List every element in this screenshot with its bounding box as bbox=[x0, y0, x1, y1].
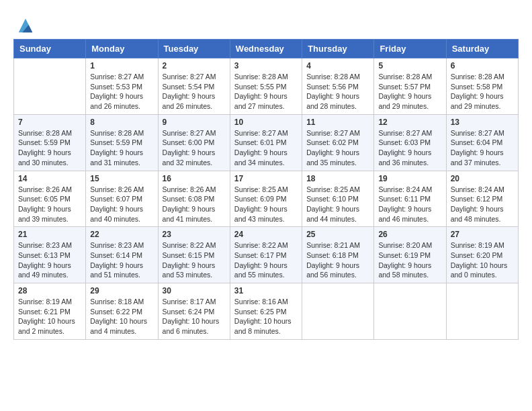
day-info: Sunrise: 8:27 AMSunset: 5:53 PMDaylight:… bbox=[90, 72, 153, 111]
day-number: 12 bbox=[378, 118, 441, 127]
calendar-cell: 27Sunrise: 8:19 AMSunset: 6:20 PMDayligh… bbox=[446, 227, 518, 283]
weekday-header: Monday bbox=[86, 40, 158, 58]
calendar-cell: 23Sunrise: 8:22 AMSunset: 6:15 PMDayligh… bbox=[158, 227, 230, 283]
day-info: Sunrise: 8:27 AMSunset: 6:02 PMDaylight:… bbox=[306, 128, 369, 168]
calendar-cell: 1Sunrise: 8:27 AMSunset: 5:53 PMDaylight… bbox=[86, 58, 158, 115]
calendar-cell: 5Sunrise: 8:28 AMSunset: 5:57 PMDaylight… bbox=[374, 58, 446, 115]
day-info: Sunrise: 8:28 AMSunset: 5:56 PMDaylight:… bbox=[306, 72, 369, 111]
calendar-week-row: 7Sunrise: 8:28 AMSunset: 5:59 PMDaylight… bbox=[14, 114, 519, 171]
day-number: 8 bbox=[90, 118, 153, 127]
day-info: Sunrise: 8:27 AMSunset: 6:00 PMDaylight:… bbox=[163, 128, 226, 168]
day-number: 4 bbox=[306, 61, 369, 71]
calendar-cell: 10Sunrise: 8:27 AMSunset: 6:01 PMDayligh… bbox=[230, 114, 302, 171]
day-info: Sunrise: 8:19 AMSunset: 6:21 PMDaylight:… bbox=[18, 297, 81, 336]
day-number: 26 bbox=[378, 230, 441, 239]
day-number: 14 bbox=[18, 174, 81, 183]
day-info: Sunrise: 8:28 AMSunset: 5:58 PMDaylight:… bbox=[451, 72, 514, 111]
day-number: 25 bbox=[306, 230, 369, 239]
weekday-header: Sunday bbox=[14, 40, 86, 58]
calendar-cell bbox=[302, 283, 374, 340]
day-number: 23 bbox=[163, 230, 226, 239]
day-number: 28 bbox=[18, 286, 81, 295]
day-info: Sunrise: 8:25 AMSunset: 6:09 PMDaylight:… bbox=[234, 185, 298, 224]
day-info: Sunrise: 8:23 AMSunset: 6:13 PMDaylight:… bbox=[18, 240, 81, 280]
day-number: 7 bbox=[18, 118, 81, 127]
calendar-cell: 2Sunrise: 8:27 AMSunset: 5:54 PMDaylight… bbox=[158, 58, 230, 115]
calendar-cell bbox=[446, 283, 518, 340]
day-number: 5 bbox=[378, 61, 441, 71]
day-info: Sunrise: 8:28 AMSunset: 5:57 PMDaylight:… bbox=[378, 72, 441, 111]
calendar-cell: 21Sunrise: 8:23 AMSunset: 6:13 PMDayligh… bbox=[14, 227, 86, 283]
calendar-cell: 28Sunrise: 8:19 AMSunset: 6:21 PMDayligh… bbox=[14, 283, 86, 340]
day-number: 13 bbox=[451, 118, 514, 127]
calendar-cell: 16Sunrise: 8:26 AMSunset: 6:08 PMDayligh… bbox=[158, 171, 230, 227]
day-info: Sunrise: 8:25 AMSunset: 6:10 PMDaylight:… bbox=[306, 185, 369, 224]
day-number: 20 bbox=[451, 174, 514, 183]
day-number: 21 bbox=[18, 230, 81, 239]
day-number: 31 bbox=[234, 286, 298, 295]
page-header bbox=[13, 13, 519, 35]
logo-icon bbox=[16, 16, 35, 35]
calendar-week-row: 1Sunrise: 8:27 AMSunset: 5:53 PMDaylight… bbox=[14, 58, 519, 115]
day-info: Sunrise: 8:28 AMSunset: 5:59 PMDaylight:… bbox=[18, 128, 81, 168]
weekday-header: Friday bbox=[374, 40, 446, 58]
calendar-cell: 26Sunrise: 8:20 AMSunset: 6:19 PMDayligh… bbox=[374, 227, 446, 283]
day-info: Sunrise: 8:18 AMSunset: 6:22 PMDaylight:… bbox=[90, 297, 153, 336]
day-number: 1 bbox=[90, 61, 153, 71]
day-number: 19 bbox=[378, 174, 441, 183]
weekday-header: Saturday bbox=[446, 40, 518, 58]
day-info: Sunrise: 8:24 AMSunset: 6:12 PMDaylight:… bbox=[451, 185, 514, 224]
calendar-cell bbox=[14, 58, 86, 115]
day-info: Sunrise: 8:24 AMSunset: 6:11 PMDaylight:… bbox=[378, 185, 441, 224]
day-number: 10 bbox=[234, 118, 298, 127]
calendar-cell: 4Sunrise: 8:28 AMSunset: 5:56 PMDaylight… bbox=[302, 58, 374, 115]
day-info: Sunrise: 8:26 AMSunset: 6:08 PMDaylight:… bbox=[163, 185, 226, 224]
weekday-header: Thursday bbox=[302, 40, 374, 58]
calendar-cell: 25Sunrise: 8:21 AMSunset: 6:18 PMDayligh… bbox=[302, 227, 374, 283]
day-number: 3 bbox=[234, 61, 298, 71]
day-info: Sunrise: 8:21 AMSunset: 6:18 PMDaylight:… bbox=[306, 240, 369, 280]
calendar-cell: 24Sunrise: 8:22 AMSunset: 6:17 PMDayligh… bbox=[230, 227, 302, 283]
calendar-cell: 6Sunrise: 8:28 AMSunset: 5:58 PMDaylight… bbox=[446, 58, 518, 115]
day-info: Sunrise: 8:23 AMSunset: 6:14 PMDaylight:… bbox=[90, 240, 153, 280]
day-info: Sunrise: 8:27 AMSunset: 6:03 PMDaylight:… bbox=[378, 128, 441, 168]
day-info: Sunrise: 8:26 AMSunset: 6:07 PMDaylight:… bbox=[90, 185, 153, 224]
calendar-cell: 15Sunrise: 8:26 AMSunset: 6:07 PMDayligh… bbox=[86, 171, 158, 227]
day-number: 6 bbox=[451, 61, 514, 71]
day-number: 9 bbox=[163, 118, 226, 127]
calendar-cell: 20Sunrise: 8:24 AMSunset: 6:12 PMDayligh… bbox=[446, 171, 518, 227]
calendar-cell: 9Sunrise: 8:27 AMSunset: 6:00 PMDaylight… bbox=[158, 114, 230, 171]
calendar-cell: 29Sunrise: 8:18 AMSunset: 6:22 PMDayligh… bbox=[86, 283, 158, 340]
day-number: 15 bbox=[90, 174, 153, 183]
day-info: Sunrise: 8:20 AMSunset: 6:19 PMDaylight:… bbox=[378, 240, 441, 280]
day-number: 16 bbox=[163, 174, 226, 183]
calendar-week-row: 21Sunrise: 8:23 AMSunset: 6:13 PMDayligh… bbox=[14, 227, 519, 283]
day-info: Sunrise: 8:17 AMSunset: 6:24 PMDaylight:… bbox=[163, 297, 226, 336]
day-number: 29 bbox=[90, 286, 153, 295]
calendar-cell: 7Sunrise: 8:28 AMSunset: 5:59 PMDaylight… bbox=[14, 114, 86, 171]
calendar-cell: 11Sunrise: 8:27 AMSunset: 6:02 PMDayligh… bbox=[302, 114, 374, 171]
day-info: Sunrise: 8:28 AMSunset: 5:55 PMDaylight:… bbox=[234, 72, 298, 111]
calendar-cell: 31Sunrise: 8:16 AMSunset: 6:25 PMDayligh… bbox=[230, 283, 302, 340]
calendar-cell: 22Sunrise: 8:23 AMSunset: 6:14 PMDayligh… bbox=[86, 227, 158, 283]
day-number: 22 bbox=[90, 230, 153, 239]
day-number: 2 bbox=[163, 61, 226, 71]
day-number: 18 bbox=[306, 174, 369, 183]
calendar-cell: 13Sunrise: 8:27 AMSunset: 6:04 PMDayligh… bbox=[446, 114, 518, 171]
calendar-cell: 19Sunrise: 8:24 AMSunset: 6:11 PMDayligh… bbox=[374, 171, 446, 227]
calendar-cell: 3Sunrise: 8:28 AMSunset: 5:55 PMDaylight… bbox=[230, 58, 302, 115]
calendar-cell: 14Sunrise: 8:26 AMSunset: 6:05 PMDayligh… bbox=[14, 171, 86, 227]
day-number: 11 bbox=[306, 118, 369, 127]
calendar-cell: 17Sunrise: 8:25 AMSunset: 6:09 PMDayligh… bbox=[230, 171, 302, 227]
day-info: Sunrise: 8:27 AMSunset: 6:04 PMDaylight:… bbox=[451, 128, 514, 168]
calendar-header-row: SundayMondayTuesdayWednesdayThursdayFrid… bbox=[14, 40, 519, 58]
weekday-header: Wednesday bbox=[230, 40, 302, 58]
day-info: Sunrise: 8:22 AMSunset: 6:15 PMDaylight:… bbox=[163, 240, 226, 280]
day-info: Sunrise: 8:19 AMSunset: 6:20 PMDaylight:… bbox=[451, 240, 514, 280]
calendar-week-row: 28Sunrise: 8:19 AMSunset: 6:21 PMDayligh… bbox=[14, 283, 519, 340]
day-number: 27 bbox=[451, 230, 514, 239]
day-number: 17 bbox=[234, 174, 298, 183]
day-info: Sunrise: 8:16 AMSunset: 6:25 PMDaylight:… bbox=[234, 297, 298, 336]
calendar-cell bbox=[374, 283, 446, 340]
day-info: Sunrise: 8:27 AMSunset: 6:01 PMDaylight:… bbox=[234, 128, 298, 168]
